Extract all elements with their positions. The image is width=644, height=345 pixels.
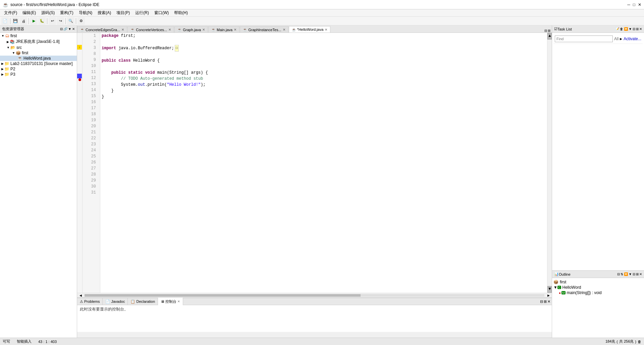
menu-source[interactable]: 源码(S) [39,9,57,16]
scroll-up-button[interactable]: ▲ [547,33,552,40]
filter-task-icon[interactable]: 🔽 [624,27,628,31]
menu-refactor[interactable]: 重构(T) [57,9,76,16]
gc-icon[interactable]: 🗑 [638,340,641,344]
str-hello-world: "Hello World!" [167,82,201,88]
close-button[interactable]: ✕ [638,2,641,7]
menu-file[interactable]: 文件(F) [1,9,20,16]
tree-item-p2[interactable]: ▶ 📁 P2 [0,66,77,72]
tab-close-helloword[interactable]: ✕ [325,28,327,31]
menu-window[interactable]: 窗口(W) [152,9,171,16]
editor-content[interactable]: ! 1 2 3 8 9 10 11 12 [77,33,552,293]
tab-console[interactable]: 🖥 控制台 ✕ [158,298,183,305]
tree-item-first-package[interactable]: ▼ 📦 first [0,50,77,56]
task-view-menu-icon[interactable]: ▼ [629,27,632,31]
outline-expand-class-icon: ▼ [553,285,557,290]
outline-item-main-method[interactable]: ● M main(String[]) : void [553,290,643,295]
outline-collapse-icon[interactable]: ⊟ [617,272,620,276]
maximize-editor-icon[interactable]: ⊞ [548,29,550,32]
code-editor[interactable]: package first; import java.io.BufferedRe… [100,33,547,293]
task-maximize-icon[interactable]: ⊞ [636,27,639,31]
linenum-17: 17 [85,105,98,111]
scroll-down-button[interactable]: ▼ [547,286,552,293]
status-bar: 可写 智能插入 43 : 1 : 403 184兆 ( 共 256兆 ) 🗑 [0,338,644,345]
tab-declaration[interactable]: 📋 Declaration [128,298,158,305]
tab-close-graph-instance[interactable]: ✕ [283,28,285,31]
outline-sort-icon[interactable]: ⇅ [621,272,623,276]
redo-button[interactable]: ↪ [57,17,64,25]
menu-bar: 文件(F) 编辑(E) 源码(S) 重构(T) 导航(N) 搜索(A) 项目(P… [0,9,644,17]
tree-item-helloword[interactable]: ☕ HelloWord.java [0,56,77,61]
maximize-console-icon[interactable]: ⊞ [544,299,547,304]
code-line-24 [102,148,546,154]
tab-label-graph: Graph.java [183,28,201,32]
kw-public: public [102,58,116,64]
annot-2 [77,39,82,45]
find-input[interactable] [555,36,613,42]
tab-concrete-edges[interactable]: ☕ ConcreteEdgesGra... ✕ [77,26,127,33]
menu-search[interactable]: 搜索(A) [95,9,114,16]
tab-concrete-vertices[interactable]: ☕ ConcreteVertices... ✕ [127,26,174,33]
external-tools-button[interactable]: ⚙ [77,17,85,25]
search-button[interactable]: 🔍 [67,17,74,25]
link-with-editor-icon[interactable]: 🔗 [63,27,67,31]
scroll-left-button[interactable]: ◀ [77,294,84,297]
collapse-all-icon[interactable]: ⊟ [60,27,63,31]
find-activate-label[interactable]: Activate... [624,37,641,41]
tab-helloword[interactable]: ☕ *HelloWord.java ✕ [289,26,331,33]
find-all-label[interactable]: All [614,37,619,41]
tree-item-p3[interactable]: ▶ 📁 P3 [0,72,77,77]
minimize-editor-icon[interactable]: ⊟ [544,29,547,32]
menu-project[interactable]: 项目(P) [114,9,132,16]
status-smart-insert: 智能插入 [17,339,32,344]
tab-problems[interactable]: ⚠ Problems [77,298,103,305]
close-icon[interactable]: ✕ [72,27,75,31]
tab-graph-instance[interactable]: ☕ GraphInstanceTes... ✕ [240,26,288,33]
outline-filter-icon[interactable]: 🔽 [624,272,628,276]
tab-close-concrete-edges[interactable]: ✕ [121,28,124,31]
linenum-15: 15 [85,93,98,99]
open-console-icon[interactable]: ⊟ [540,299,543,304]
tab-close-concrete-vertices[interactable]: ✕ [168,28,171,31]
maximize-button[interactable]: □ [633,2,635,7]
minimize-button[interactable]: ─ [627,2,630,7]
menu-run[interactable]: 运行(R) [132,9,152,16]
outline-view-menu-icon[interactable]: ▼ [629,272,632,276]
tab-close-main[interactable]: ✕ [234,28,236,31]
task-minimize-icon[interactable]: ⊟ [633,27,635,31]
outline-close-icon[interactable]: ✕ [639,272,642,276]
outline-max-icon[interactable]: ⊞ [636,272,639,276]
outline-min-icon[interactable]: ⊟ [633,272,635,276]
new-task-icon[interactable]: 📝 [615,27,619,31]
linenum-2: 2 [85,39,98,45]
editor-horizontal-scrollbar[interactable]: ◀ ▶ [77,293,552,297]
menu-navigate[interactable]: 导航(N) [76,9,95,16]
tree-item-lab2[interactable]: ▶ 📁 Lab2-1183710131 [Source master] [0,61,77,66]
linenum-14: 14 [85,87,98,93]
task-close-icon[interactable]: ✕ [639,27,642,31]
menu-edit[interactable]: 编辑(E) [20,9,39,16]
menu-help[interactable]: 帮助(H) [171,9,191,16]
print-button[interactable]: 🖨 [20,17,27,25]
editor-vertical-scrollbar[interactable]: ▲ ▼ [547,33,552,293]
outline-item-helloword-class[interactable]: ▼ C HelloWord [553,285,643,290]
outline-item-first-pkg[interactable]: 📦 first [553,279,643,285]
tab-graph[interactable]: ☕ Graph.java ✕ [174,26,208,33]
view-menu-icon[interactable]: ▼ [68,27,71,31]
tree-item-first[interactable]: ▼ 🗂 first [0,33,77,39]
tab-close-graph[interactable]: ✕ [202,28,205,31]
delete-task-icon[interactable]: 🗑 [620,27,623,31]
save-button[interactable]: 💾 [12,17,19,25]
new-button[interactable]: 📄 [1,17,9,25]
tree-item-jre[interactable]: ▶ 📚 JRE系统库 [JavaSE-1.8] [0,39,77,45]
close-console-icon[interactable]: ✕ [547,299,550,304]
scroll-thumb-h[interactable] [85,294,544,297]
run-button[interactable]: ▶ [30,17,38,25]
tree-item-src[interactable]: ▼ 📂 src [0,45,77,50]
tab-close-console[interactable]: ✕ [177,300,180,303]
debug-button[interactable]: 🐛 [38,17,46,25]
scroll-right-button[interactable]: ▶ [545,294,552,297]
undo-button[interactable]: ↩ [49,17,56,25]
tab-main[interactable]: ☕ Main.java ✕ [208,26,239,33]
code-line-12: // TODO Auto-generated method stub [102,76,546,82]
tab-javadoc[interactable]: 📄 Javadoc [103,298,128,305]
